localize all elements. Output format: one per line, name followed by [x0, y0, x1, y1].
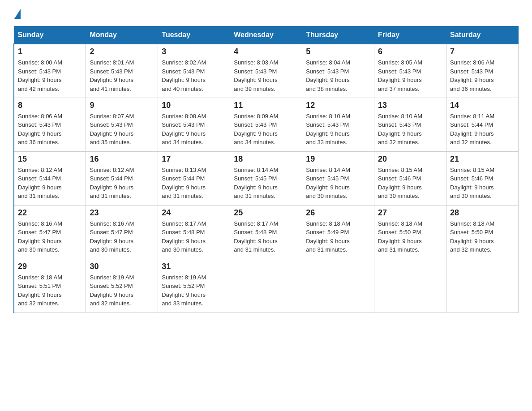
header-tuesday: Tuesday	[158, 26, 230, 44]
calendar-table: SundayMondayTuesdayWednesdayThursdayFrid…	[13, 26, 519, 313]
day-number: 16	[90, 154, 154, 164]
calendar-cell: 22Sunrise: 8:16 AMSunset: 5:47 PMDayligh…	[14, 205, 86, 259]
day-number: 23	[90, 208, 154, 218]
day-info: Sunrise: 8:18 AMSunset: 5:49 PMDaylight:…	[306, 219, 370, 254]
calendar-cell: 10Sunrise: 8:08 AMSunset: 5:43 PMDayligh…	[158, 98, 230, 151]
day-info: Sunrise: 8:14 AMSunset: 5:45 PMDaylight:…	[306, 166, 370, 201]
day-info: Sunrise: 8:08 AMSunset: 5:43 PMDaylight:…	[162, 112, 226, 147]
calendar-cell: 15Sunrise: 8:12 AMSunset: 5:44 PMDayligh…	[14, 151, 86, 205]
day-number: 13	[378, 101, 442, 110]
calendar-cell	[446, 259, 519, 313]
calendar-cell: 20Sunrise: 8:15 AMSunset: 5:46 PMDayligh…	[374, 151, 446, 205]
calendar-cell: 25Sunrise: 8:17 AMSunset: 5:48 PMDayligh…	[230, 205, 302, 259]
day-number: 27	[378, 208, 442, 218]
day-info: Sunrise: 8:03 AMSunset: 5:43 PMDaylight:…	[234, 58, 298, 93]
day-info: Sunrise: 8:01 AMSunset: 5:43 PMDaylight:…	[90, 58, 154, 93]
day-number: 3	[162, 47, 226, 56]
day-info: Sunrise: 8:05 AMSunset: 5:43 PMDaylight:…	[378, 58, 442, 93]
day-number: 4	[234, 47, 298, 56]
calendar-cell: 5Sunrise: 8:04 AMSunset: 5:43 PMDaylight…	[302, 44, 374, 98]
calendar-cell: 19Sunrise: 8:14 AMSunset: 5:45 PMDayligh…	[302, 151, 374, 205]
calendar-cell: 1Sunrise: 8:00 AMSunset: 5:43 PMDaylight…	[14, 44, 86, 98]
day-info: Sunrise: 8:06 AMSunset: 5:43 PMDaylight:…	[450, 58, 515, 93]
day-number: 28	[450, 208, 515, 218]
day-number: 30	[90, 262, 154, 271]
day-info: Sunrise: 8:18 AMSunset: 5:51 PMDaylight:…	[18, 273, 82, 308]
calendar-cell: 8Sunrise: 8:06 AMSunset: 5:43 PMDaylight…	[14, 98, 86, 151]
calendar-cell: 11Sunrise: 8:09 AMSunset: 5:43 PMDayligh…	[230, 98, 302, 151]
calendar-cell: 31Sunrise: 8:19 AMSunset: 5:52 PMDayligh…	[158, 259, 230, 313]
day-info: Sunrise: 8:13 AMSunset: 5:44 PMDaylight:…	[162, 166, 226, 201]
calendar-cell: 26Sunrise: 8:18 AMSunset: 5:49 PMDayligh…	[302, 205, 374, 259]
day-info: Sunrise: 8:00 AMSunset: 5:43 PMDaylight:…	[18, 58, 82, 93]
header-saturday: Saturday	[446, 26, 519, 44]
day-info: Sunrise: 8:15 AMSunset: 5:46 PMDaylight:…	[378, 166, 442, 201]
day-info: Sunrise: 8:18 AMSunset: 5:50 PMDaylight:…	[450, 219, 515, 254]
day-info: Sunrise: 8:12 AMSunset: 5:44 PMDaylight:…	[18, 166, 82, 201]
day-number: 7	[450, 47, 515, 56]
calendar-cell: 6Sunrise: 8:05 AMSunset: 5:43 PMDaylight…	[374, 44, 446, 98]
day-info: Sunrise: 8:14 AMSunset: 5:45 PMDaylight:…	[234, 166, 298, 201]
day-number: 12	[306, 101, 370, 110]
day-number: 24	[162, 208, 226, 218]
day-info: Sunrise: 8:16 AMSunset: 5:47 PMDaylight:…	[90, 219, 154, 254]
calendar-cell: 9Sunrise: 8:07 AMSunset: 5:43 PMDaylight…	[86, 98, 158, 151]
day-info: Sunrise: 8:18 AMSunset: 5:50 PMDaylight:…	[378, 219, 442, 254]
day-info: Sunrise: 8:19 AMSunset: 5:52 PMDaylight:…	[162, 273, 226, 308]
day-info: Sunrise: 8:17 AMSunset: 5:48 PMDaylight:…	[162, 219, 226, 254]
day-info: Sunrise: 8:09 AMSunset: 5:43 PMDaylight:…	[234, 112, 298, 147]
day-info: Sunrise: 8:16 AMSunset: 5:47 PMDaylight:…	[18, 219, 82, 254]
day-info: Sunrise: 8:11 AMSunset: 5:44 PMDaylight:…	[450, 112, 515, 147]
day-info: Sunrise: 8:10 AMSunset: 5:43 PMDaylight:…	[378, 112, 442, 147]
calendar-cell: 18Sunrise: 8:14 AMSunset: 5:45 PMDayligh…	[230, 151, 302, 205]
day-number: 5	[306, 47, 370, 56]
calendar-cell: 21Sunrise: 8:15 AMSunset: 5:46 PMDayligh…	[446, 151, 519, 205]
calendar-cell: 24Sunrise: 8:17 AMSunset: 5:48 PMDayligh…	[158, 205, 230, 259]
calendar-cell: 27Sunrise: 8:18 AMSunset: 5:50 PMDayligh…	[374, 205, 446, 259]
header-monday: Monday	[86, 26, 158, 44]
day-info: Sunrise: 8:04 AMSunset: 5:43 PMDaylight:…	[306, 58, 370, 93]
day-number: 8	[18, 101, 82, 110]
day-info: Sunrise: 8:12 AMSunset: 5:44 PMDaylight:…	[90, 166, 154, 201]
day-info: Sunrise: 8:10 AMSunset: 5:43 PMDaylight:…	[306, 112, 370, 147]
day-info: Sunrise: 8:07 AMSunset: 5:43 PMDaylight:…	[90, 112, 154, 147]
calendar-header: SundayMondayTuesdayWednesdayThursdayFrid…	[14, 26, 519, 44]
day-number: 17	[162, 154, 226, 164]
calendar-cell: 3Sunrise: 8:02 AMSunset: 5:43 PMDaylight…	[158, 44, 230, 98]
day-number: 2	[90, 47, 154, 56]
calendar-cell	[230, 259, 302, 313]
day-number: 20	[378, 154, 442, 164]
header-friday: Friday	[374, 26, 446, 44]
logo-triangle-icon	[14, 9, 21, 19]
day-number: 19	[306, 154, 370, 164]
day-number: 18	[234, 154, 298, 164]
day-number: 21	[450, 154, 515, 164]
header-wednesday: Wednesday	[230, 26, 302, 44]
calendar-cell: 12Sunrise: 8:10 AMSunset: 5:43 PMDayligh…	[302, 98, 374, 151]
day-number: 22	[18, 208, 82, 218]
day-number: 29	[18, 262, 82, 271]
calendar-cell: 28Sunrise: 8:18 AMSunset: 5:50 PMDayligh…	[446, 205, 519, 259]
calendar-cell: 16Sunrise: 8:12 AMSunset: 5:44 PMDayligh…	[86, 151, 158, 205]
day-info: Sunrise: 8:19 AMSunset: 5:52 PMDaylight:…	[90, 273, 154, 308]
day-number: 6	[378, 47, 442, 56]
calendar-cell: 29Sunrise: 8:18 AMSunset: 5:51 PMDayligh…	[14, 259, 86, 313]
day-number: 14	[450, 101, 515, 110]
calendar-cell	[374, 259, 446, 313]
calendar-cell: 13Sunrise: 8:10 AMSunset: 5:43 PMDayligh…	[374, 98, 446, 151]
day-number: 25	[234, 208, 298, 218]
day-info: Sunrise: 8:15 AMSunset: 5:46 PMDaylight:…	[450, 166, 515, 201]
day-info: Sunrise: 8:17 AMSunset: 5:48 PMDaylight:…	[234, 219, 298, 254]
day-info: Sunrise: 8:02 AMSunset: 5:43 PMDaylight:…	[162, 58, 226, 93]
calendar-cell: 23Sunrise: 8:16 AMSunset: 5:47 PMDayligh…	[86, 205, 158, 259]
day-number: 9	[90, 101, 154, 110]
logo	[13, 9, 21, 17]
calendar-cell: 17Sunrise: 8:13 AMSunset: 5:44 PMDayligh…	[158, 151, 230, 205]
day-info: Sunrise: 8:06 AMSunset: 5:43 PMDaylight:…	[18, 112, 82, 147]
day-number: 15	[18, 154, 82, 164]
calendar-cell: 30Sunrise: 8:19 AMSunset: 5:52 PMDayligh…	[86, 259, 158, 313]
day-number: 31	[162, 262, 226, 271]
day-number: 10	[162, 101, 226, 110]
calendar-cell: 7Sunrise: 8:06 AMSunset: 5:43 PMDaylight…	[446, 44, 519, 98]
header-sunday: Sunday	[14, 26, 86, 44]
